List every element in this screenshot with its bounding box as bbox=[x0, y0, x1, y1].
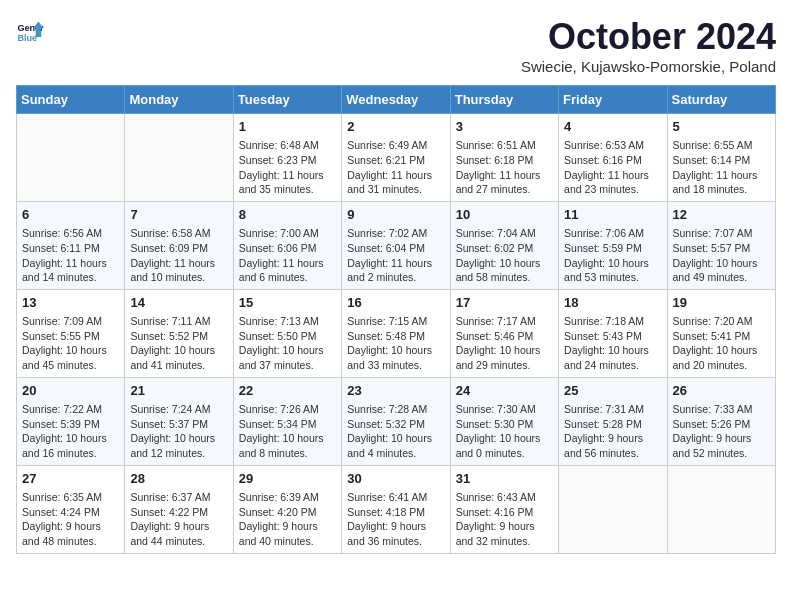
calendar-cell bbox=[667, 465, 775, 553]
day-info: Sunrise: 7:02 AM Sunset: 6:04 PM Dayligh… bbox=[347, 226, 444, 285]
calendar-header-row: SundayMondayTuesdayWednesdayThursdayFrid… bbox=[17, 86, 776, 114]
day-number: 13 bbox=[22, 294, 119, 312]
day-info: Sunrise: 7:06 AM Sunset: 5:59 PM Dayligh… bbox=[564, 226, 661, 285]
day-info: Sunrise: 7:28 AM Sunset: 5:32 PM Dayligh… bbox=[347, 402, 444, 461]
day-header-wednesday: Wednesday bbox=[342, 86, 450, 114]
calendar-cell: 4Sunrise: 6:53 AM Sunset: 6:16 PM Daylig… bbox=[559, 114, 667, 202]
page-header: General Blue October 2024 Swiecie, Kujaw… bbox=[16, 16, 776, 75]
calendar-cell: 3Sunrise: 6:51 AM Sunset: 6:18 PM Daylig… bbox=[450, 114, 558, 202]
day-header-monday: Monday bbox=[125, 86, 233, 114]
calendar-cell: 24Sunrise: 7:30 AM Sunset: 5:30 PM Dayli… bbox=[450, 377, 558, 465]
day-info: Sunrise: 6:48 AM Sunset: 6:23 PM Dayligh… bbox=[239, 138, 336, 197]
day-info: Sunrise: 7:04 AM Sunset: 6:02 PM Dayligh… bbox=[456, 226, 553, 285]
day-number: 30 bbox=[347, 470, 444, 488]
calendar-cell: 14Sunrise: 7:11 AM Sunset: 5:52 PM Dayli… bbox=[125, 289, 233, 377]
calendar-cell: 19Sunrise: 7:20 AM Sunset: 5:41 PM Dayli… bbox=[667, 289, 775, 377]
calendar-table: SundayMondayTuesdayWednesdayThursdayFrid… bbox=[16, 85, 776, 554]
day-info: Sunrise: 7:13 AM Sunset: 5:50 PM Dayligh… bbox=[239, 314, 336, 373]
day-number: 26 bbox=[673, 382, 770, 400]
day-info: Sunrise: 6:35 AM Sunset: 4:24 PM Dayligh… bbox=[22, 490, 119, 549]
calendar-cell bbox=[125, 114, 233, 202]
day-number: 31 bbox=[456, 470, 553, 488]
day-number: 4 bbox=[564, 118, 661, 136]
calendar-cell: 26Sunrise: 7:33 AM Sunset: 5:26 PM Dayli… bbox=[667, 377, 775, 465]
day-number: 7 bbox=[130, 206, 227, 224]
calendar-cell bbox=[17, 114, 125, 202]
calendar-week-row: 27Sunrise: 6:35 AM Sunset: 4:24 PM Dayli… bbox=[17, 465, 776, 553]
day-number: 6 bbox=[22, 206, 119, 224]
svg-text:Blue: Blue bbox=[17, 33, 37, 43]
day-number: 23 bbox=[347, 382, 444, 400]
calendar-cell: 25Sunrise: 7:31 AM Sunset: 5:28 PM Dayli… bbox=[559, 377, 667, 465]
calendar-cell: 11Sunrise: 7:06 AM Sunset: 5:59 PM Dayli… bbox=[559, 201, 667, 289]
day-number: 15 bbox=[239, 294, 336, 312]
day-info: Sunrise: 7:26 AM Sunset: 5:34 PM Dayligh… bbox=[239, 402, 336, 461]
day-info: Sunrise: 6:55 AM Sunset: 6:14 PM Dayligh… bbox=[673, 138, 770, 197]
day-number: 14 bbox=[130, 294, 227, 312]
calendar-cell: 20Sunrise: 7:22 AM Sunset: 5:39 PM Dayli… bbox=[17, 377, 125, 465]
day-info: Sunrise: 7:09 AM Sunset: 5:55 PM Dayligh… bbox=[22, 314, 119, 373]
day-number: 17 bbox=[456, 294, 553, 312]
calendar-cell: 30Sunrise: 6:41 AM Sunset: 4:18 PM Dayli… bbox=[342, 465, 450, 553]
day-number: 20 bbox=[22, 382, 119, 400]
day-info: Sunrise: 7:15 AM Sunset: 5:48 PM Dayligh… bbox=[347, 314, 444, 373]
title-block: October 2024 Swiecie, Kujawsko-Pomorskie… bbox=[521, 16, 776, 75]
day-info: Sunrise: 7:30 AM Sunset: 5:30 PM Dayligh… bbox=[456, 402, 553, 461]
calendar-cell: 28Sunrise: 6:37 AM Sunset: 4:22 PM Dayli… bbox=[125, 465, 233, 553]
calendar-cell: 17Sunrise: 7:17 AM Sunset: 5:46 PM Dayli… bbox=[450, 289, 558, 377]
day-header-friday: Friday bbox=[559, 86, 667, 114]
calendar-cell: 15Sunrise: 7:13 AM Sunset: 5:50 PM Dayli… bbox=[233, 289, 341, 377]
calendar-cell: 12Sunrise: 7:07 AM Sunset: 5:57 PM Dayli… bbox=[667, 201, 775, 289]
logo-icon: General Blue bbox=[16, 16, 44, 44]
day-number: 21 bbox=[130, 382, 227, 400]
calendar-week-row: 13Sunrise: 7:09 AM Sunset: 5:55 PM Dayli… bbox=[17, 289, 776, 377]
calendar-cell: 1Sunrise: 6:48 AM Sunset: 6:23 PM Daylig… bbox=[233, 114, 341, 202]
day-number: 3 bbox=[456, 118, 553, 136]
day-info: Sunrise: 6:39 AM Sunset: 4:20 PM Dayligh… bbox=[239, 490, 336, 549]
day-number: 24 bbox=[456, 382, 553, 400]
day-info: Sunrise: 6:53 AM Sunset: 6:16 PM Dayligh… bbox=[564, 138, 661, 197]
calendar-cell: 27Sunrise: 6:35 AM Sunset: 4:24 PM Dayli… bbox=[17, 465, 125, 553]
day-info: Sunrise: 7:31 AM Sunset: 5:28 PM Dayligh… bbox=[564, 402, 661, 461]
location: Swiecie, Kujawsko-Pomorskie, Poland bbox=[521, 58, 776, 75]
calendar-cell: 22Sunrise: 7:26 AM Sunset: 5:34 PM Dayli… bbox=[233, 377, 341, 465]
logo: General Blue bbox=[16, 16, 44, 44]
day-info: Sunrise: 6:43 AM Sunset: 4:16 PM Dayligh… bbox=[456, 490, 553, 549]
day-number: 9 bbox=[347, 206, 444, 224]
calendar-cell: 9Sunrise: 7:02 AM Sunset: 6:04 PM Daylig… bbox=[342, 201, 450, 289]
day-info: Sunrise: 6:41 AM Sunset: 4:18 PM Dayligh… bbox=[347, 490, 444, 549]
calendar-cell: 16Sunrise: 7:15 AM Sunset: 5:48 PM Dayli… bbox=[342, 289, 450, 377]
calendar-cell: 2Sunrise: 6:49 AM Sunset: 6:21 PM Daylig… bbox=[342, 114, 450, 202]
calendar-week-row: 20Sunrise: 7:22 AM Sunset: 5:39 PM Dayli… bbox=[17, 377, 776, 465]
day-info: Sunrise: 7:22 AM Sunset: 5:39 PM Dayligh… bbox=[22, 402, 119, 461]
calendar-cell: 5Sunrise: 6:55 AM Sunset: 6:14 PM Daylig… bbox=[667, 114, 775, 202]
day-number: 16 bbox=[347, 294, 444, 312]
day-info: Sunrise: 7:33 AM Sunset: 5:26 PM Dayligh… bbox=[673, 402, 770, 461]
day-info: Sunrise: 6:37 AM Sunset: 4:22 PM Dayligh… bbox=[130, 490, 227, 549]
calendar-cell: 7Sunrise: 6:58 AM Sunset: 6:09 PM Daylig… bbox=[125, 201, 233, 289]
day-number: 22 bbox=[239, 382, 336, 400]
day-info: Sunrise: 7:11 AM Sunset: 5:52 PM Dayligh… bbox=[130, 314, 227, 373]
day-number: 27 bbox=[22, 470, 119, 488]
month-title: October 2024 bbox=[521, 16, 776, 58]
day-number: 2 bbox=[347, 118, 444, 136]
calendar-cell: 18Sunrise: 7:18 AM Sunset: 5:43 PM Dayli… bbox=[559, 289, 667, 377]
day-info: Sunrise: 7:07 AM Sunset: 5:57 PM Dayligh… bbox=[673, 226, 770, 285]
calendar-cell: 23Sunrise: 7:28 AM Sunset: 5:32 PM Dayli… bbox=[342, 377, 450, 465]
calendar-week-row: 6Sunrise: 6:56 AM Sunset: 6:11 PM Daylig… bbox=[17, 201, 776, 289]
day-number: 11 bbox=[564, 206, 661, 224]
day-number: 18 bbox=[564, 294, 661, 312]
day-info: Sunrise: 7:17 AM Sunset: 5:46 PM Dayligh… bbox=[456, 314, 553, 373]
day-header-tuesday: Tuesday bbox=[233, 86, 341, 114]
calendar-cell: 31Sunrise: 6:43 AM Sunset: 4:16 PM Dayli… bbox=[450, 465, 558, 553]
calendar-cell: 8Sunrise: 7:00 AM Sunset: 6:06 PM Daylig… bbox=[233, 201, 341, 289]
day-info: Sunrise: 7:18 AM Sunset: 5:43 PM Dayligh… bbox=[564, 314, 661, 373]
day-header-thursday: Thursday bbox=[450, 86, 558, 114]
day-number: 19 bbox=[673, 294, 770, 312]
calendar-cell bbox=[559, 465, 667, 553]
day-info: Sunrise: 7:24 AM Sunset: 5:37 PM Dayligh… bbox=[130, 402, 227, 461]
day-info: Sunrise: 7:20 AM Sunset: 5:41 PM Dayligh… bbox=[673, 314, 770, 373]
day-header-saturday: Saturday bbox=[667, 86, 775, 114]
day-number: 10 bbox=[456, 206, 553, 224]
day-number: 8 bbox=[239, 206, 336, 224]
